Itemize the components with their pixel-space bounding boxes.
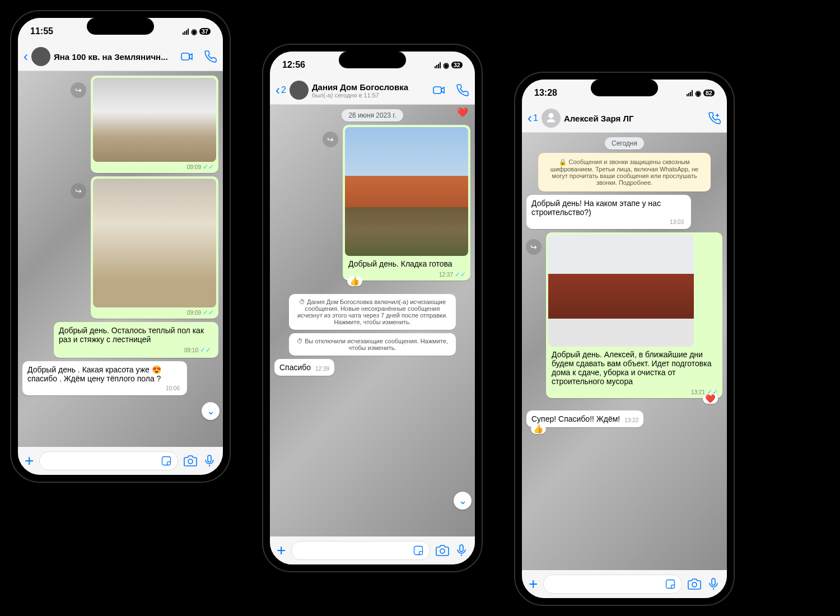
scroll-to-bottom-button[interactable]: ⌄	[202, 402, 220, 420]
reaction-emoji[interactable]: 👍	[531, 424, 546, 434]
message-input[interactable]	[543, 575, 682, 594]
forward-icon[interactable]: ↪	[526, 239, 542, 255]
sticker-icon[interactable]	[665, 578, 676, 590]
camera-icon[interactable]	[436, 544, 449, 557]
date-chip: Сегодня	[605, 137, 644, 150]
photo-interior-1[interactable]	[93, 78, 216, 162]
contact-name[interactable]: Дания Дом Богословка	[312, 82, 429, 92]
cellular-icon	[183, 29, 189, 35]
camera-icon[interactable]	[184, 454, 197, 468]
phone-mockup-2: 12:56 ◉ 32 ‹2 Дания Дом Богословка был(-…	[263, 45, 482, 571]
notch	[87, 18, 154, 35]
status-time: 11:55	[30, 26, 53, 36]
message-time: 12:39	[315, 366, 329, 372]
forward-icon[interactable]: ↪	[323, 132, 338, 147]
battery-badge: 32	[451, 62, 463, 68]
photo-interior-2[interactable]	[93, 179, 216, 307]
svg-rect-10	[712, 578, 715, 585]
photo-brick-house[interactable]	[345, 127, 468, 256]
contact-name[interactable]: Яна 100 кв. на Земляничн...	[54, 52, 177, 62]
forward-icon[interactable]: ↪	[71, 82, 86, 98]
voice-call-icon[interactable]	[204, 50, 217, 63]
svg-rect-7	[460, 545, 463, 552]
reaction-emoji[interactable]: ❤️	[703, 394, 718, 404]
message-text: Супер! Спасибо!! Ждём!	[531, 414, 620, 423]
message-time: 10:06	[166, 385, 180, 391]
message-text: Добрый день. Алексей, в ближайшие дни бу…	[548, 347, 720, 387]
chat-header: ‹1 Алексей Заря ЛГ	[522, 106, 727, 133]
status-indicators: ◉ 32	[435, 61, 463, 69]
chat-body[interactable]: ❤️ 26 июня 2023 г. ↪ Добрый день. Кладка…	[270, 105, 475, 536]
message-time: 09:09	[187, 310, 201, 316]
incoming-text-message[interactable]: Супер! Спасибо!! Ждём! 13:22 👍	[526, 410, 643, 427]
message-time: 12:37	[439, 272, 453, 278]
svg-point-6	[440, 549, 445, 553]
chat-body[interactable]: Сегодня 🔒 Сообщения и звонки защищены ск…	[522, 133, 727, 570]
outgoing-image-message[interactable]: ↪ 09:09✓✓	[91, 76, 218, 173]
svg-point-2	[188, 459, 193, 464]
voice-call-icon[interactable]	[456, 83, 469, 97]
phone-screen: 12:56 ◉ 32 ‹2 Дания Дом Богословка был(-…	[270, 52, 475, 564]
phone-mockup-3: 13:28 ◉ 82 ‹1 Алексей Заря ЛГ Сегодня 🔒 …	[515, 73, 734, 605]
back-button[interactable]: ‹1	[528, 110, 538, 126]
attach-button[interactable]: +	[529, 575, 538, 593]
outgoing-image-message[interactable]: ↪ 09:09✓✓	[91, 176, 218, 319]
input-bar: +	[270, 536, 475, 564]
sticker-icon[interactable]	[413, 545, 424, 556]
notch	[591, 80, 658, 96]
video-call-icon[interactable]	[432, 83, 446, 97]
outgoing-image-message[interactable]: ↪ Добрый день. Алексей, в ближайшие дни …	[546, 232, 722, 398]
incoming-text-message[interactable]: Добрый день! На каком этапе у нас строит…	[526, 195, 691, 229]
outgoing-text-message[interactable]: Добрый день. Осталось теплый пол как раз…	[54, 322, 218, 358]
incoming-text-message[interactable]: Добрый день . Какая красота уже 😍 спасиб…	[22, 361, 187, 395]
heart-reaction-icon: ❤️	[457, 107, 468, 118]
message-input[interactable]	[39, 451, 178, 470]
message-input[interactable]	[291, 541, 430, 560]
chat-body[interactable]: ↪ 09:09✓✓ ↪ 09:09✓✓ Добрый день. Осталос…	[18, 71, 223, 447]
svg-rect-4	[433, 87, 441, 94]
system-message[interactable]: ⏱ Дания Дом Богословка включил(-а) исчез…	[289, 294, 456, 330]
mic-icon[interactable]	[455, 544, 468, 557]
reaction-emoji[interactable]: 👍	[347, 276, 362, 286]
mic-icon[interactable]	[203, 454, 216, 468]
add-call-icon[interactable]	[708, 111, 721, 125]
phone-screen: 11:55 ◉ 37 ‹ Яна 100 кв. на Земляничн...…	[18, 18, 223, 475]
svg-rect-1	[162, 457, 171, 465]
forward-icon[interactable]: ↪	[71, 183, 86, 199]
mic-icon[interactable]	[707, 577, 720, 591]
read-ticks-icon: ✓✓	[203, 309, 214, 316]
battery-badge: 82	[703, 90, 715, 96]
attach-button[interactable]: +	[277, 542, 286, 559]
read-ticks-icon: ✓✓	[200, 346, 211, 354]
outgoing-image-message[interactable]: ↪ Добрый день. Кладка готова 12:37✓✓ 👍	[343, 125, 470, 281]
photo-finished-house[interactable]	[548, 235, 694, 347]
read-ticks-icon: ✓✓	[455, 270, 466, 278]
back-button[interactable]: ‹2	[276, 82, 286, 98]
wifi-icon: ◉	[443, 61, 449, 69]
incoming-text-message[interactable]: Спасибо 12:39	[274, 359, 334, 376]
contact-name[interactable]: Алексей Заря ЛГ	[564, 114, 704, 123]
video-call-icon[interactable]	[180, 50, 194, 63]
svg-point-9	[692, 582, 697, 587]
system-message[interactable]: ⏱ Вы отключили исчезающие сообщения. Наж…	[289, 333, 456, 356]
svg-rect-8	[666, 580, 675, 589]
svg-rect-3	[208, 455, 211, 462]
attach-button[interactable]: +	[25, 452, 34, 470]
message-text: Спасибо	[279, 363, 311, 372]
sticker-icon[interactable]	[161, 455, 172, 466]
message-time: 13:03	[670, 219, 684, 225]
encryption-notice[interactable]: 🔒 Сообщения и звонки защищены сквозным ш…	[538, 153, 711, 192]
message-time: 09:10	[184, 347, 198, 353]
avatar[interactable]	[542, 109, 561, 128]
avatar[interactable]	[31, 47, 50, 66]
avatar[interactable]	[290, 81, 309, 100]
camera-icon[interactable]	[688, 577, 701, 591]
svg-rect-5	[414, 547, 423, 555]
status-time: 13:28	[534, 88, 557, 98]
back-button[interactable]: ‹	[24, 49, 28, 64]
phone-screen: 13:28 ◉ 82 ‹1 Алексей Заря ЛГ Сегодня 🔒 …	[522, 80, 727, 598]
battery-badge: 37	[199, 28, 211, 35]
notch	[339, 52, 406, 68]
chat-header: ‹ Яна 100 кв. на Земляничн...	[18, 45, 223, 71]
scroll-to-bottom-button[interactable]: ⌄	[454, 492, 472, 510]
